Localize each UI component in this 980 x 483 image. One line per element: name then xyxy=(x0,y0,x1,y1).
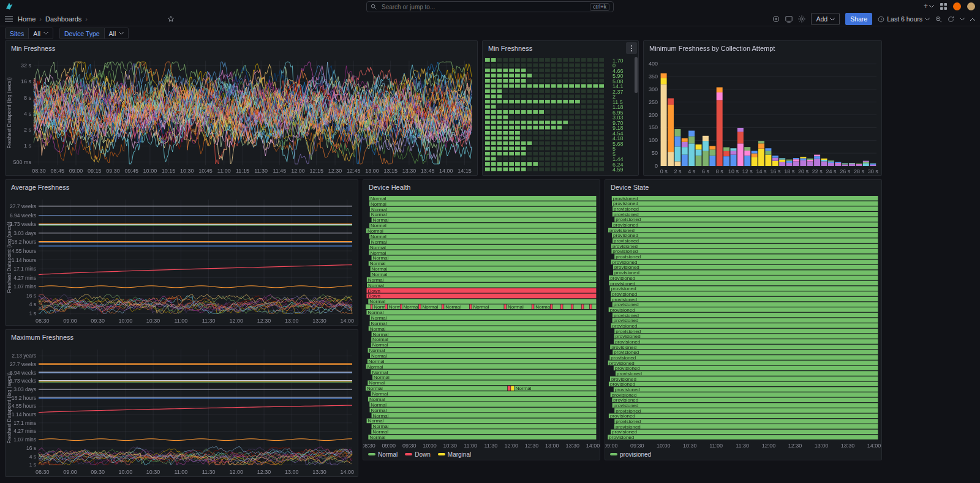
panel-title-min-freshness[interactable]: Min Freshness xyxy=(6,41,477,56)
menu-toggle-icon[interactable] xyxy=(5,16,13,22)
min-freshness-chart[interactable] xyxy=(6,56,477,175)
dashboard-toolbar: Home › Dashboards › Add Share Last 6 hou… xyxy=(0,12,980,26)
legend-item[interactable]: Marginal xyxy=(438,451,471,458)
search-input[interactable] xyxy=(380,3,586,11)
panel-scrollbar[interactable] xyxy=(635,57,638,163)
panel-title-text: Maximum Freshness xyxy=(11,334,74,341)
breadcrumb-separator: › xyxy=(85,15,88,23)
device-state-legend: provisioned xyxy=(605,449,881,460)
legend-swatch xyxy=(368,453,375,455)
panels-icon[interactable] xyxy=(785,15,793,23)
panel-title-text: Device State xyxy=(611,184,649,191)
add-button[interactable]: Add xyxy=(811,13,840,25)
legend-swatch xyxy=(438,453,445,455)
panel-title-text: Average Freshness xyxy=(11,184,69,191)
panel-title-min-freshness-gauge[interactable]: Min Freshness xyxy=(483,41,638,56)
panel-average-freshness: Average Freshness xyxy=(5,179,358,326)
breadcrumb-home[interactable]: Home xyxy=(18,15,36,23)
panel-title-maximum-freshness[interactable]: Maximum Freshness xyxy=(6,330,358,345)
zoom-out-icon[interactable] xyxy=(935,16,942,23)
clock-icon xyxy=(878,16,884,23)
legend-label: Down xyxy=(415,451,431,458)
panel-device-state: Device State provisioned xyxy=(605,179,882,460)
legend-swatch xyxy=(405,453,412,455)
search-shortcut-badge: ctrl+k xyxy=(590,3,609,11)
legend-label: Normal xyxy=(378,451,398,458)
filter-sites[interactable]: Sites All xyxy=(5,28,53,39)
app-header: ctrl+k + xyxy=(0,0,980,12)
dashboard-grid: Min Freshness Min Freshness Minimum Fres… xyxy=(5,40,975,483)
settings-gear-icon[interactable] xyxy=(798,15,805,23)
org-logo[interactable] xyxy=(5,2,13,10)
panel-title-average-freshness[interactable]: Average Freshness xyxy=(6,180,358,195)
panel-min-freshness: Min Freshness xyxy=(5,40,478,176)
panel-min-freshness-histogram: Minimum Freshness by Collection Attempt xyxy=(643,40,882,176)
device-state-chart[interactable] xyxy=(605,195,881,449)
favorite-star-icon[interactable] xyxy=(167,15,175,23)
filter-device-type-label: Device Type xyxy=(59,28,104,39)
panel-menu-button[interactable] xyxy=(626,42,637,54)
refresh-interval-caret-icon[interactable] xyxy=(960,18,965,21)
device-health-legend: NormalDownMarginal xyxy=(363,449,600,460)
filter-device-type[interactable]: Device Type All xyxy=(59,28,129,39)
filter-sites-value[interactable]: All xyxy=(28,28,53,39)
panel-title-text: Min Freshness xyxy=(11,45,55,52)
breadcrumb: Home › Dashboards › xyxy=(18,15,88,23)
search-icon xyxy=(371,4,377,10)
panel-title-histogram[interactable]: Minimum Freshness by Collection Attempt xyxy=(644,41,881,56)
filter-device-type-value[interactable]: All xyxy=(104,28,129,39)
average-freshness-chart[interactable] xyxy=(6,195,358,325)
panel-title-text: Device Health xyxy=(369,184,410,191)
panel-maximum-freshness: Maximum Freshness xyxy=(5,329,358,477)
dashboard-variables: Sites All Device Type All xyxy=(0,26,980,40)
legend-item[interactable]: Down xyxy=(405,451,431,458)
min-freshness-gauge-chart[interactable] xyxy=(483,56,638,175)
device-health-chart[interactable] xyxy=(363,195,600,449)
maximum-freshness-chart[interactable] xyxy=(6,345,358,476)
legend-item[interactable]: Normal xyxy=(368,451,398,458)
insights-icon[interactable] xyxy=(772,15,780,23)
panel-device-health: Device Health NormalDownMarginal xyxy=(363,179,600,460)
histogram-chart[interactable] xyxy=(644,56,881,175)
panel-min-freshness-gauge: Min Freshness xyxy=(482,40,639,176)
refresh-icon[interactable] xyxy=(948,16,954,23)
legend-swatch xyxy=(610,453,617,455)
legend-label: provisioned xyxy=(620,451,651,458)
breadcrumb-separator: › xyxy=(39,15,42,23)
time-range-picker[interactable]: Last 6 hours xyxy=(878,15,930,23)
panel-title-text: Minimum Freshness by Collection Attempt xyxy=(649,45,775,52)
panel-title-text: Min Freshness xyxy=(488,45,532,52)
collapse-caret-icon[interactable] xyxy=(970,18,975,21)
panel-title-device-state[interactable]: Device State xyxy=(605,180,881,195)
org-avatar[interactable] xyxy=(953,2,961,10)
breadcrumb-dashboards[interactable]: Dashboards xyxy=(45,15,81,23)
filter-sites-label: Sites xyxy=(5,28,28,39)
share-button[interactable]: Share xyxy=(845,13,872,25)
user-avatar[interactable] xyxy=(967,2,975,10)
panel-title-device-health[interactable]: Device Health xyxy=(363,180,600,195)
legend-item[interactable]: provisioned xyxy=(610,451,651,458)
apps-grid-icon[interactable] xyxy=(940,3,947,10)
search-box[interactable]: ctrl+k xyxy=(366,1,614,12)
legend-label: Marginal xyxy=(448,451,471,458)
new-button[interactable]: + xyxy=(924,2,934,10)
